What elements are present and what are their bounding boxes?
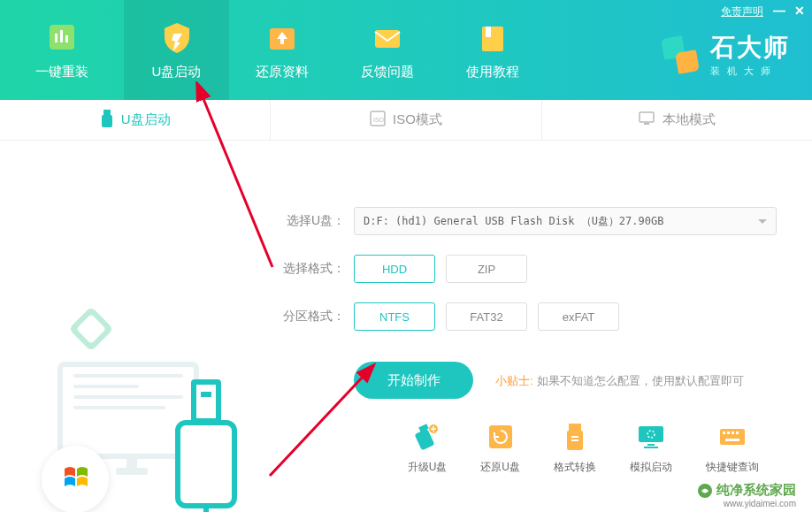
subtab-iso-mode[interactable]: ISO ISO模式 [271, 100, 541, 140]
chevron-down-icon [758, 219, 767, 224]
main-nav: 一键重装 U盘启动 还原资料 反馈问题 使用教程 [0, 0, 545, 100]
svg-rect-29 [732, 432, 734, 434]
nav-tutorial[interactable]: 使用教程 [440, 0, 545, 100]
drive-row: 选择U盘： D:F: (hd1) General USB Flash Disk … [283, 207, 777, 235]
svg-rect-2 [60, 30, 63, 42]
tool-sim-boot[interactable]: 模拟启动 [630, 421, 672, 475]
tip-label: 小贴士: [495, 374, 533, 387]
svg-rect-17 [489, 425, 512, 448]
watermark-logo-icon [697, 483, 713, 499]
iso-icon: ISO [370, 111, 386, 129]
partition-row: 分区格式： NTFS FAT32 exFAT [283, 302, 777, 331]
illustration [0, 141, 274, 468]
bar-chart-icon [44, 19, 80, 55]
tip-text: 如果不知道怎么配置，使用默认配置即可 [537, 374, 744, 387]
tool-label: 还原U盘 [480, 460, 520, 475]
nav-feedback[interactable]: 反馈问题 [334, 0, 440, 100]
svg-rect-31 [725, 439, 739, 441]
partition-label: 分区格式： [283, 309, 345, 325]
brand-title: 石大师 [710, 31, 790, 65]
usb-body-illustration [175, 420, 237, 508]
shield-usb-icon [159, 19, 195, 55]
subtab-bar: U盘启动 ISO ISO模式 本地模式 [0, 100, 812, 141]
partition-option-exfat[interactable]: exFAT [538, 302, 619, 331]
content-area: 选择U盘： D:F: (hd1) General USB Flash Disk … [0, 141, 812, 468]
svg-rect-21 [571, 439, 578, 441]
nav-restore[interactable]: 还原资料 [229, 0, 334, 100]
config-form: 选择U盘： D:F: (hd1) General USB Flash Disk … [274, 141, 812, 468]
usb-restore-icon [485, 421, 517, 453]
svg-rect-8 [103, 110, 111, 115]
upload-box-icon [264, 19, 300, 55]
tool-label: 快捷键查询 [706, 460, 759, 475]
svg-rect-30 [736, 432, 739, 434]
svg-rect-1 [55, 34, 57, 42]
watermark-url: www.yidaimei.com [724, 499, 796, 508]
disclaimer-link[interactable]: 免责声明 [721, 4, 763, 19]
partition-option-ntfs[interactable]: NTFS [354, 302, 435, 331]
svg-rect-27 [723, 432, 725, 434]
svg-rect-13 [644, 123, 649, 125]
envelope-icon [370, 19, 405, 55]
svg-rect-9 [102, 115, 112, 127]
tool-label: 升级U盘 [408, 460, 448, 475]
svg-rect-7 [486, 27, 491, 37]
windows-logo-icon [42, 446, 109, 512]
partition-options: NTFS FAT32 exFAT [354, 302, 619, 331]
svg-rect-25 [644, 447, 658, 448]
tip: 小贴士: 如果不知道怎么配置，使用默认配置即可 [495, 372, 744, 389]
drive-select-value: D:F: (hd1) General USB Flash Disk （U盘）27… [364, 214, 663, 229]
brand-subtitle: 装机大师 [710, 65, 790, 78]
watermark: 纯净系统家园 www.yidaimei.com [697, 482, 796, 508]
nav-label: 反馈问题 [361, 64, 414, 80]
decorative-diamond-icon [69, 307, 114, 352]
tool-upgrade-usb[interactable]: 升级U盘 [408, 421, 448, 475]
partition-option-fat32[interactable]: FAT32 [446, 302, 527, 331]
minimize-button[interactable]: — [773, 4, 785, 18]
tool-label: 格式转换 [554, 460, 596, 475]
drive-label: 选择U盘： [283, 213, 345, 229]
svg-rect-18 [569, 424, 581, 431]
sim-boot-icon [635, 421, 667, 453]
close-button[interactable]: ✕ [794, 4, 805, 18]
brand-logo-icon [661, 35, 700, 74]
svg-rect-28 [727, 432, 730, 434]
svg-rect-22 [639, 426, 663, 442]
tool-restore-usb[interactable]: 还原U盘 [480, 421, 520, 475]
top-header: 免责声明 — ✕ 一键重装 U盘启动 还原资料 反馈问题 [0, 0, 812, 100]
tool-format-convert[interactable]: 格式转换 [554, 421, 596, 475]
book-icon [475, 19, 510, 55]
subtab-label: U盘启动 [121, 111, 171, 128]
nav-usb-boot[interactable]: U盘启动 [124, 0, 229, 100]
svg-rect-12 [640, 112, 654, 122]
subtab-usb-boot[interactable]: U盘启动 [0, 100, 271, 140]
format-options: HDD ZIP [354, 255, 527, 283]
drive-select[interactable]: D:F: (hd1) General USB Flash Disk （U盘）27… [354, 207, 777, 235]
nav-label: U盘启动 [152, 64, 202, 80]
action-row: 开始制作 小贴士: 如果不知道怎么配置，使用默认配置即可 [283, 362, 777, 399]
nav-label: 使用教程 [466, 64, 519, 80]
monitor-icon [638, 111, 655, 129]
subtab-label: 本地模式 [663, 111, 716, 128]
nav-label: 还原资料 [256, 64, 309, 80]
svg-rect-26 [720, 429, 745, 445]
format-option-hdd[interactable]: HDD [354, 255, 435, 283]
keyboard-icon [716, 421, 748, 453]
nav-label: 一键重装 [35, 64, 88, 80]
watermark-title: 纯净系统家园 [716, 482, 796, 499]
nav-reinstall[interactable]: 一键重装 [0, 0, 124, 100]
svg-rect-24 [647, 444, 655, 446]
tool-label: 模拟启动 [630, 460, 672, 475]
svg-rect-20 [571, 436, 578, 438]
format-option-zip[interactable]: ZIP [446, 255, 527, 283]
subtab-local-mode[interactable]: 本地模式 [542, 100, 812, 140]
svg-rect-5 [375, 30, 400, 48]
format-label: 选择格式： [283, 261, 345, 277]
svg-rect-6 [482, 27, 503, 51]
start-button[interactable]: 开始制作 [354, 362, 473, 399]
tool-hotkey-query[interactable]: 快捷键查询 [706, 421, 759, 475]
svg-text:ISO: ISO [373, 117, 385, 123]
window-controls: — ✕ [773, 4, 805, 18]
usb-cable-illustration [203, 508, 209, 512]
format-convert-icon [559, 421, 591, 453]
